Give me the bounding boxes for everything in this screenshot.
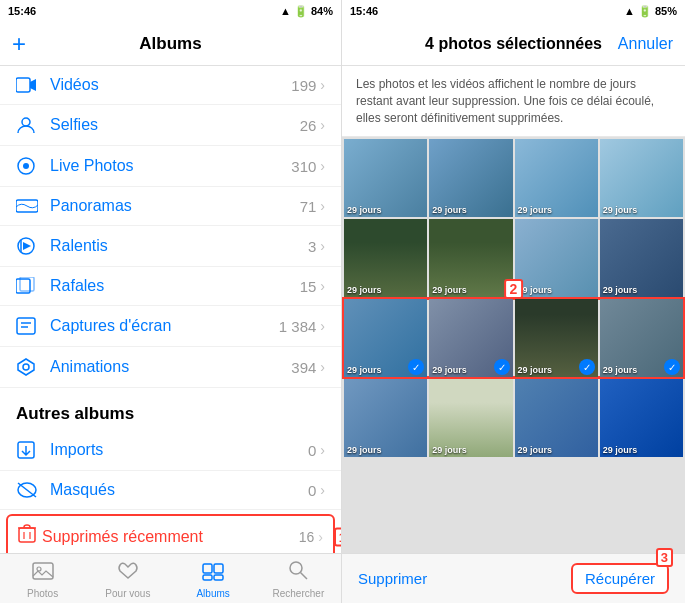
svg-marker-13	[18, 359, 34, 375]
album-name-captures: Captures d'écran	[50, 317, 279, 335]
photo-cell-1[interactable]: 29 jours	[344, 139, 427, 217]
video-icon	[16, 77, 44, 93]
album-list: Vidéos 199 › Selfies 26 › Live Photos 31…	[0, 66, 341, 553]
album-name-selfies: Selfies	[50, 116, 300, 134]
svg-marker-1	[30, 79, 36, 91]
tab-pour-vous-label: Pour vous	[105, 588, 150, 599]
tab-photos[interactable]: Photos	[0, 559, 85, 599]
selected-photo-row: 2 29 jours ✓ 29 jours ✓ 29 jours ✓ 29 jo…	[344, 299, 683, 377]
left-panel: 15:46 ▲ 🔋 84% + Albums Vidéos 199 › Self…	[0, 0, 342, 603]
other-albums-section-header: Autres albums	[0, 388, 341, 430]
tab-rechercher[interactable]: Rechercher	[256, 559, 341, 599]
svg-point-14	[23, 364, 29, 370]
photo-cell-11[interactable]: 29 jours ✓	[515, 299, 598, 377]
svg-rect-24	[203, 564, 212, 573]
photo-cell-15[interactable]: 29 jours	[515, 379, 598, 457]
cancel-button[interactable]: Annuler	[618, 35, 673, 53]
chevron-icon-videos: ›	[320, 77, 325, 93]
album-count-animations: 394	[291, 359, 316, 376]
check-icon-12: ✓	[664, 359, 680, 375]
svg-rect-27	[214, 575, 223, 580]
photo-cell-6[interactable]: 29 jours	[429, 219, 512, 297]
photo-cell-9[interactable]: 29 jours ✓	[344, 299, 427, 377]
album-item-selfies[interactable]: Selfies 26 ›	[0, 105, 341, 146]
photo-cell-13[interactable]: 29 jours	[344, 379, 427, 457]
days-label-8: 29 jours	[603, 285, 638, 295]
photo-cell-16[interactable]: 29 jours	[600, 379, 683, 457]
tab-rechercher-label: Rechercher	[273, 588, 325, 599]
album-name-masques: Masqués	[50, 481, 308, 499]
days-label-6: 29 jours	[432, 285, 467, 295]
album-count-live-photos: 310	[291, 158, 316, 175]
svg-rect-18	[19, 528, 35, 542]
photo-cell-12[interactable]: 29 jours ✓	[600, 299, 683, 377]
photo-cell-3[interactable]: 29 jours	[515, 139, 598, 217]
photo-cell-7[interactable]: 29 jours	[515, 219, 598, 297]
badge-3: 3	[656, 548, 673, 567]
recover-button[interactable]: Récupérer	[571, 563, 669, 594]
captures-icon	[16, 316, 44, 336]
photo-cell-8[interactable]: 29 jours	[600, 219, 683, 297]
svg-point-23	[37, 567, 41, 571]
check-icon-11: ✓	[579, 359, 595, 375]
album-item-videos[interactable]: Vidéos 199 ›	[0, 66, 341, 105]
svg-point-2	[22, 118, 30, 126]
photo-cell-4[interactable]: 29 jours	[600, 139, 683, 217]
right-battery-icon: 🔋	[638, 5, 652, 18]
photo-cell-5[interactable]: 29 jours	[344, 219, 427, 297]
right-panel: 15:46 ▲ 🔋 85% 4 photos sélectionnées Ann…	[342, 0, 685, 603]
selfies-icon	[16, 115, 44, 135]
tab-albums-label: Albums	[196, 588, 229, 599]
album-item-animations[interactable]: Animations 394 ›	[0, 347, 341, 388]
right-time: 15:46	[350, 5, 378, 17]
check-icon-10: ✓	[494, 359, 510, 375]
days-label-9: 29 jours	[347, 365, 382, 375]
delete-button[interactable]: Supprimer	[358, 570, 427, 587]
right-battery-pct: 85%	[655, 5, 677, 17]
album-item-panoramas[interactable]: Panoramas 71 ›	[0, 187, 341, 226]
rafales-icon	[16, 277, 44, 295]
left-header-title: Albums	[139, 34, 201, 54]
album-item-ralentis[interactable]: Ralentis 3 ›	[0, 226, 341, 267]
battery-icon: 🔋	[294, 5, 308, 18]
photo-cell-14[interactable]: 29 jours	[429, 379, 512, 457]
chevron-icon-masques: ›	[320, 482, 325, 498]
album-count-selfies: 26	[300, 117, 317, 134]
wifi-icon: ▲	[280, 5, 291, 17]
album-count-imports: 0	[308, 442, 316, 459]
album-item-captures[interactable]: Captures d'écran 1 384 ›	[0, 306, 341, 347]
left-status-bar: 15:46 ▲ 🔋 84%	[0, 0, 341, 22]
tab-photos-label: Photos	[27, 588, 58, 599]
albums-tab-icon	[202, 559, 224, 586]
chevron-icon-captures: ›	[320, 318, 325, 334]
bottom-bar: Supprimer Récupérer 3	[342, 553, 685, 603]
chevron-icon-imports: ›	[320, 442, 325, 458]
svg-rect-10	[17, 318, 35, 334]
tab-albums[interactable]: Albums	[171, 559, 256, 599]
album-item-imports[interactable]: Imports 0 ›	[0, 430, 341, 471]
photo-cell-10[interactable]: 29 jours ✓	[429, 299, 512, 377]
days-label-13: 29 jours	[347, 445, 382, 455]
album-item-rafales[interactable]: Rafales 15 ›	[0, 267, 341, 306]
tab-pour-vous[interactable]: Pour vous	[85, 559, 170, 599]
add-button[interactable]: +	[12, 30, 26, 58]
chevron-icon-panoramas: ›	[320, 198, 325, 214]
right-nav-header: 4 photos sélectionnées Annuler	[342, 22, 685, 66]
days-label-10: 29 jours	[432, 365, 467, 375]
tab-bar: Photos Pour vous Albums Rechercher	[0, 553, 341, 603]
album-item-live-photos[interactable]: Live Photos 310 ›	[0, 146, 341, 187]
album-name-panoramas: Panoramas	[50, 197, 300, 215]
chevron-icon-rafales: ›	[320, 278, 325, 294]
badge-2: 2	[504, 279, 524, 299]
photo-grid: 29 jours 29 jours 29 jours 29 jours 29 j…	[342, 137, 685, 553]
live-photos-icon	[16, 156, 44, 176]
chevron-icon-recently-deleted: ›	[318, 529, 323, 545]
photo-cell-2[interactable]: 29 jours	[429, 139, 512, 217]
right-wifi-icon: ▲	[624, 5, 635, 17]
album-item-recently-deleted[interactable]: Supprimés récemment 16 › 1	[6, 514, 335, 553]
album-count-masques: 0	[308, 482, 316, 499]
days-label-1: 29 jours	[347, 205, 382, 215]
days-label-11: 29 jours	[518, 365, 553, 375]
album-item-masques[interactable]: Masqués 0 ›	[0, 471, 341, 510]
right-nav-title: 4 photos sélectionnées	[425, 35, 602, 53]
